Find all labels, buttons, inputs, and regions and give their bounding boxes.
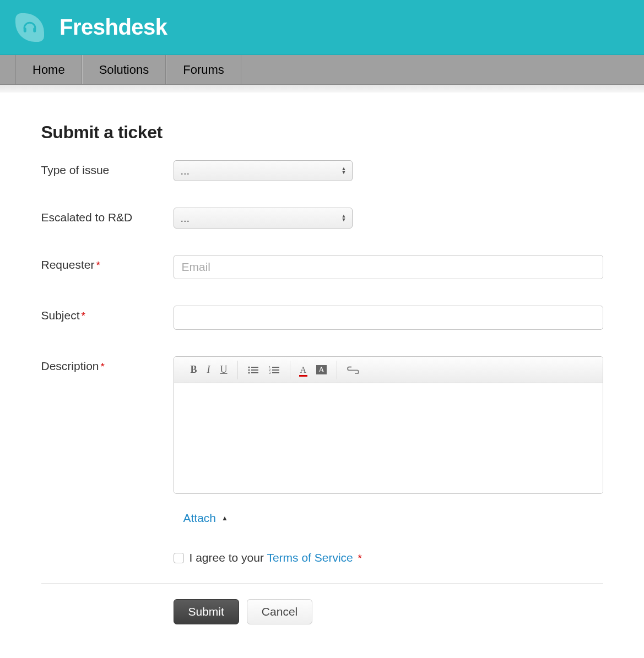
- form-footer: Submit Cancel: [41, 583, 603, 624]
- italic-icon[interactable]: I: [207, 364, 210, 376]
- caret-up-icon: ▲: [221, 514, 228, 522]
- brand-name: Freshdesk: [59, 15, 167, 40]
- editor-textarea[interactable]: [174, 383, 603, 493]
- label-type-of-issue: Type of issue: [41, 160, 174, 177]
- field-row-subject: Subject*: [41, 306, 603, 330]
- svg-rect-11: [272, 367, 279, 368]
- text-color-icon[interactable]: A: [300, 365, 307, 375]
- label-requester: Requester*: [41, 255, 174, 271]
- svg-rect-1: [33, 28, 36, 32]
- bold-icon[interactable]: B: [191, 364, 197, 376]
- field-row-requester: Requester*: [41, 255, 603, 279]
- background-color-icon[interactable]: A: [316, 365, 327, 374]
- field-row-escalated: Escalated to R&D ... ▲▼: [41, 208, 603, 229]
- header-banner: Freshdesk: [0, 0, 644, 55]
- tos-row: I agree to your Terms of Service *: [174, 551, 603, 564]
- field-row-type-of-issue: Type of issue ... ▲▼: [41, 160, 603, 181]
- chevron-updown-icon: ▲▼: [342, 214, 347, 222]
- chevron-updown-icon: ▲▼: [342, 167, 347, 175]
- content-card: Submit a ticket Type of issue ... ▲▼ Esc…: [19, 100, 625, 657]
- svg-rect-13: [272, 372, 279, 373]
- svg-rect-0: [24, 28, 26, 32]
- submit-button[interactable]: Submit: [174, 599, 239, 624]
- input-subject[interactable]: [174, 306, 603, 330]
- svg-rect-6: [251, 369, 258, 371]
- select-escalated[interactable]: ... ▲▼: [174, 208, 353, 229]
- underline-icon[interactable]: U: [220, 364, 228, 376]
- svg-text:3: 3: [269, 371, 271, 374]
- required-star-icon: *: [82, 310, 85, 322]
- svg-rect-7: [251, 372, 258, 373]
- attach-link[interactable]: Attach: [183, 512, 217, 525]
- svg-point-3: [248, 369, 250, 371]
- nav-item-forums[interactable]: Forums: [166, 55, 241, 84]
- svg-rect-12: [272, 369, 279, 371]
- nav-shadow: [0, 85, 644, 93]
- required-star-icon: *: [101, 361, 105, 372]
- editor-toolbar: B I U 123 A A: [174, 357, 603, 383]
- label-subject: Subject*: [41, 306, 174, 322]
- nav-bar: Home Solutions Forums: [0, 55, 644, 85]
- svg-rect-5: [251, 367, 258, 368]
- required-star-icon: *: [358, 552, 362, 564]
- attach-row: Attach ▲: [174, 512, 603, 525]
- field-row-description: Description* B I U 123: [41, 356, 603, 564]
- tos-link[interactable]: Terms of Service: [267, 551, 353, 564]
- brand-logo: [15, 13, 44, 42]
- ordered-list-icon[interactable]: 123: [269, 366, 280, 374]
- select-escalated-value: ...: [181, 212, 190, 225]
- label-escalated: Escalated to R&D: [41, 208, 174, 224]
- svg-point-4: [248, 372, 250, 373]
- link-icon[interactable]: [347, 366, 359, 374]
- cancel-button[interactable]: Cancel: [247, 599, 312, 624]
- label-description: Description*: [41, 356, 174, 373]
- select-type-of-issue-value: ...: [181, 165, 190, 177]
- nav-item-solutions[interactable]: Solutions: [82, 55, 166, 84]
- required-star-icon: *: [96, 259, 100, 271]
- svg-point-2: [248, 366, 250, 368]
- rich-text-editor: B I U 123 A A: [174, 356, 603, 494]
- bullet-list-icon[interactable]: [248, 366, 259, 374]
- input-requester[interactable]: [174, 255, 603, 279]
- headset-icon: [21, 19, 38, 36]
- tos-text: I agree to your: [190, 551, 267, 564]
- tos-checkbox[interactable]: [174, 553, 184, 563]
- select-type-of-issue[interactable]: ... ▲▼: [174, 160, 353, 181]
- page-title: Submit a ticket: [41, 122, 603, 143]
- nav-item-home[interactable]: Home: [15, 55, 82, 84]
